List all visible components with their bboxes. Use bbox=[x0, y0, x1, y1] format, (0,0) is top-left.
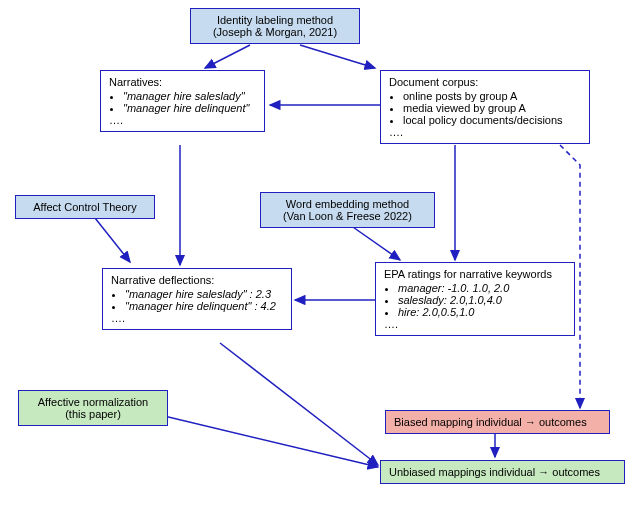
text: Word embedding method bbox=[269, 198, 426, 210]
node-narratives: Narratives: "manager hire saleslady" "ma… bbox=[100, 70, 265, 132]
list-item: local policy documents/decisions bbox=[403, 114, 581, 126]
node-affect-control-theory: Affect Control Theory bbox=[15, 195, 155, 219]
svg-line-2 bbox=[300, 45, 375, 68]
text: (this paper) bbox=[27, 408, 159, 420]
title: Narrative deflections: bbox=[111, 274, 283, 286]
list-item: hire: 2.0,0.5,1.0 bbox=[398, 306, 474, 318]
list-item: "manager hire delinquent" : 4.2 bbox=[125, 300, 276, 312]
node-epa-ratings: EPA ratings for narrative keywords manag… bbox=[375, 262, 575, 336]
list-item: saleslady: 2.0,1.0,4.0 bbox=[398, 294, 502, 306]
arrow-icon: → bbox=[538, 466, 549, 478]
node-unbiased-mapping: Unbiased mappings individual → outcomes bbox=[380, 460, 625, 484]
ellipsis: …. bbox=[384, 318, 566, 330]
svg-line-10 bbox=[160, 415, 378, 467]
list: "manager hire saleslady" "manager hire d… bbox=[109, 90, 256, 114]
node-biased-mapping: Biased mapping individual → outcomes bbox=[385, 410, 610, 434]
node-document-corpus: Document corpus: online posts by group A… bbox=[380, 70, 590, 144]
text-prefix: Biased mapping individual bbox=[394, 416, 525, 428]
list-item: "manager hire saleslady" : 2.3 bbox=[125, 288, 271, 300]
node-narrative-deflections: Narrative deflections: "manager hire sal… bbox=[102, 268, 292, 330]
node-word-embedding: Word embedding method (Van Loon & Freese… bbox=[260, 192, 435, 228]
text-prefix: Unbiased mappings individual bbox=[389, 466, 538, 478]
text: Identity labeling method bbox=[199, 14, 351, 26]
ellipsis: …. bbox=[111, 312, 283, 324]
title: EPA ratings for narrative keywords bbox=[384, 268, 566, 280]
text: (Joseph & Morgan, 2021) bbox=[199, 26, 351, 38]
text: (Van Loon & Freese 2022) bbox=[269, 210, 426, 222]
svg-line-8 bbox=[95, 218, 130, 262]
list-item: online posts by group A bbox=[403, 90, 581, 102]
list: online posts by group A media viewed by … bbox=[389, 90, 581, 126]
ellipsis: …. bbox=[389, 126, 581, 138]
list-item: manager: -1.0. 1.0, 2.0 bbox=[398, 282, 509, 294]
node-identity-labeling: Identity labeling method (Joseph & Morga… bbox=[190, 8, 360, 44]
ellipsis: …. bbox=[109, 114, 256, 126]
title: Narratives: bbox=[109, 76, 256, 88]
arrow-icon: → bbox=[525, 416, 536, 428]
title: Document corpus: bbox=[389, 76, 581, 88]
svg-line-9 bbox=[220, 343, 378, 465]
svg-line-1 bbox=[205, 45, 250, 68]
list: "manager hire saleslady" : 2.3 "manager … bbox=[111, 288, 283, 312]
node-affective-normalization: Affective normalization (this paper) bbox=[18, 390, 168, 426]
text-suffix: outcomes bbox=[552, 466, 600, 478]
list-item: media viewed by group A bbox=[403, 102, 581, 114]
text-suffix: outcomes bbox=[539, 416, 587, 428]
list: manager: -1.0. 1.0, 2.0 saleslady: 2.0,1… bbox=[384, 282, 566, 318]
list-item: "manager hire saleslady" bbox=[123, 90, 256, 102]
text: Affective normalization bbox=[27, 396, 159, 408]
svg-line-5 bbox=[350, 225, 400, 260]
list-item: "manager hire delinquent" bbox=[123, 102, 256, 114]
text: Affect Control Theory bbox=[24, 201, 146, 213]
